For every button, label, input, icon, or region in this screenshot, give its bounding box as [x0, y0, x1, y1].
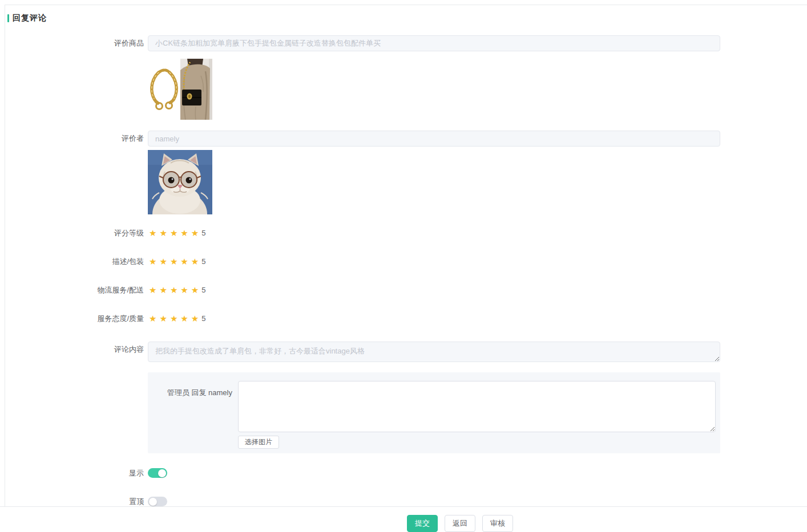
back-button[interactable]: 返回: [445, 515, 475, 532]
rating-score: 5: [201, 229, 205, 238]
product-input: [148, 35, 720, 51]
rating-score: 5: [201, 286, 205, 295]
admin-reply-textarea[interactable]: [238, 381, 716, 432]
toggle-knob: [158, 469, 166, 477]
admin-reply-panel: 管理员 回复 namely 选择图片: [148, 372, 720, 453]
title-accent-bar: [7, 14, 9, 22]
product-image-shoulder-bag: [180, 59, 212, 120]
rating-label: 描述/包装: [5, 257, 148, 266]
product-field-label: 评价商品: [5, 35, 148, 51]
reviewer-avatar: [148, 150, 212, 214]
comment-field-label: 评论内容: [5, 342, 148, 358]
rating-score: 5: [201, 314, 205, 323]
main-content-card: 回复评论 评价商品: [5, 5, 807, 532]
rating-stars: ★★★★★: [149, 229, 201, 238]
page-title: 回复评论: [7, 13, 807, 23]
page-title-text: 回复评论: [13, 13, 47, 23]
pin-toggle[interactable]: [148, 497, 167, 506]
display-toggle[interactable]: [148, 468, 167, 478]
toggle-knob: [149, 498, 157, 506]
reviewer-input: [148, 131, 720, 147]
rating-label: 服务态度/质量: [5, 314, 148, 323]
rating-stars: ★★★★★: [149, 257, 201, 266]
display-toggle-label: 显示: [5, 468, 148, 478]
comment-textarea: [148, 342, 720, 362]
rating-stars: ★★★★★: [149, 314, 201, 323]
footer-action-bar: 提交 返回 审核: [0, 506, 807, 532]
rating-label: 评分等级: [5, 229, 148, 238]
rating-label: 物流服务/配送: [5, 286, 148, 295]
product-image-chain-necklace: [148, 66, 180, 113]
choose-image-button[interactable]: 选择图片: [238, 436, 279, 449]
admin-reply-label: 管理员 回复 namely: [148, 381, 238, 398]
rating-score: 5: [201, 257, 205, 266]
rating-stars: ★★★★★: [149, 286, 201, 295]
pin-toggle-label: 置顶: [5, 497, 148, 506]
submit-button[interactable]: 提交: [407, 515, 438, 532]
audit-button[interactable]: 审核: [482, 515, 513, 532]
reviewer-field-label: 评价者: [5, 131, 148, 147]
